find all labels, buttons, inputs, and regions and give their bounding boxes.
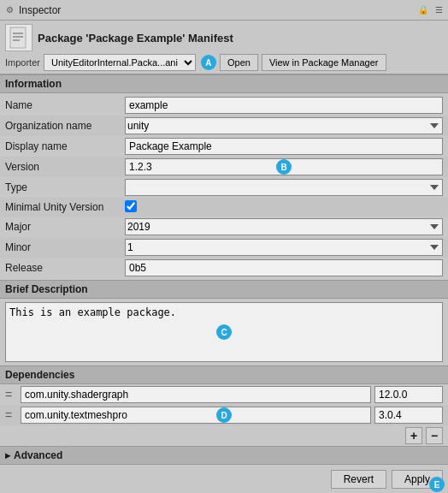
dependencies-body: = = D + −: [0, 384, 448, 446]
dependency-row-1: =: [0, 384, 448, 405]
name-label: Name: [5, 99, 125, 111]
release-row: Release: [0, 258, 448, 278]
dependencies-section-header: Dependencies: [0, 365, 448, 384]
annotation-b: B: [276, 159, 292, 175]
major-select[interactable]: 2019: [125, 218, 443, 235]
annotation-d: D: [216, 407, 232, 423]
major-row: Major 2019: [0, 217, 448, 237]
annotation-e: E: [429, 477, 445, 492]
information-form: Name Organization name unity Display nam…: [0, 93, 448, 280]
footer: Revert Apply E: [0, 464, 448, 493]
information-section-header: Information: [0, 74, 448, 93]
open-button[interactable]: Open: [220, 54, 258, 71]
minimal-unity-version-checkbox[interactable]: [125, 200, 137, 212]
minor-label: Minor: [5, 241, 125, 253]
advanced-triangle-icon: ▶: [5, 452, 10, 460]
release-label: Release: [5, 262, 125, 274]
title-bar: ⚙ Inspector 🔒 ☰: [0, 0, 448, 21]
inspector-icon: ⚙: [3, 4, 15, 16]
type-label: Type: [5, 181, 125, 193]
advanced-section-header[interactable]: ▶ Advanced: [0, 446, 448, 464]
dep-name-input-2[interactable]: [21, 407, 371, 424]
importer-select[interactable]: UnityEditorInternal.Packa...ani: [44, 54, 196, 71]
release-input[interactable]: [125, 259, 443, 276]
org-name-select[interactable]: unity: [125, 117, 443, 134]
annotation-c: C: [216, 324, 232, 340]
manifest-header: Package 'Package Example' Manifest: [0, 21, 448, 51]
dep-name-input-1[interactable]: [21, 386, 371, 403]
svg-rect-0: [10, 27, 26, 48]
dep-equals-2: =: [5, 408, 17, 422]
display-name-label: Display name: [5, 140, 125, 152]
revert-button[interactable]: Revert: [331, 470, 386, 489]
minimal-unity-version-row: Minimal Unity Version: [0, 198, 448, 217]
dep-version-input-1[interactable]: [374, 386, 443, 403]
display-name-row: Display name: [0, 136, 448, 157]
view-package-manager-button[interactable]: View in Package Manager: [262, 54, 386, 71]
dep-actions: + −: [0, 425, 448, 446]
major-label: Major: [5, 221, 125, 233]
minor-row: Minor 1: [0, 237, 448, 258]
menu-icon[interactable]: ☰: [433, 4, 445, 16]
version-label: Version: [5, 161, 125, 173]
importer-label: Importer: [5, 57, 40, 68]
description-container: C: [0, 302, 448, 362]
advanced-label: Advanced: [14, 449, 62, 461]
minor-select[interactable]: 1: [125, 239, 443, 256]
annotation-a: A: [201, 55, 216, 70]
title-bar-title: Inspector: [19, 4, 61, 16]
dep-equals-1: =: [5, 388, 17, 401]
display-name-input[interactable]: [125, 138, 443, 155]
name-row: Name: [0, 95, 448, 116]
name-value[interactable]: [125, 97, 443, 114]
org-name-row: Organization name unity: [0, 116, 448, 136]
type-row: Type: [0, 177, 448, 198]
manifest-title: Package 'Package Example' Manifest: [38, 32, 443, 45]
remove-dependency-button[interactable]: −: [426, 427, 443, 444]
type-select[interactable]: [125, 179, 443, 196]
minimal-unity-version-label: Minimal Unity Version: [5, 201, 125, 213]
org-name-label: Organization name: [5, 120, 125, 132]
lock-icon[interactable]: 🔒: [417, 4, 429, 16]
version-row: Version B: [0, 157, 448, 177]
add-dependency-button[interactable]: +: [405, 427, 422, 444]
dep-version-input-2[interactable]: [374, 407, 443, 424]
dependency-row-2: = D: [0, 405, 448, 425]
importer-row: Importer UnityEditorInternal.Packa...ani…: [0, 51, 448, 74]
name-input[interactable]: [125, 97, 443, 114]
manifest-file-icon: [5, 24, 32, 51]
brief-description-section-header: Brief Description: [0, 280, 448, 299]
